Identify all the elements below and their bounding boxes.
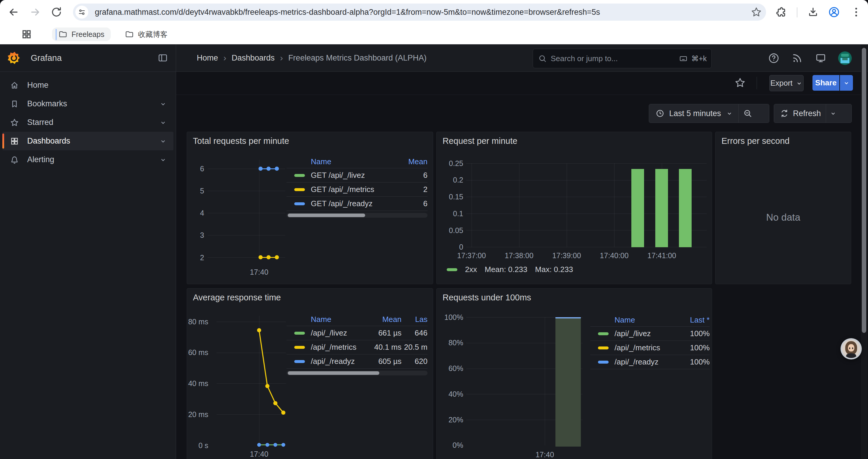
zoom-out-button[interactable] (739, 104, 757, 123)
panel-avg-response-time[interactable]: Average response time 80 ms60 ms40 ms20 … (187, 288, 433, 459)
sidebar-item-home[interactable]: Home (2, 76, 174, 95)
assistant-avatar[interactable] (840, 338, 862, 359)
series-swatch[interactable] (598, 332, 609, 335)
news-rss-icon[interactable] (792, 53, 803, 64)
dock-menu-icon[interactable] (157, 53, 168, 63)
legend-cell: 620 (402, 357, 428, 366)
extensions-icon[interactable] (776, 6, 787, 18)
legend-column-header[interactable]: Name (311, 157, 395, 166)
legend-scrollbar[interactable] (286, 371, 428, 375)
site-settings-icon[interactable] (75, 6, 88, 19)
downloads-icon[interactable] (807, 6, 819, 18)
sidebar-item-starred[interactable]: Starred (2, 113, 174, 132)
legend-row[interactable]: /api/_/metrics40.1 ms20.5 m (286, 340, 428, 355)
panel-title[interactable]: Total requests per minute (193, 136, 289, 146)
chart-plot[interactable] (466, 163, 707, 247)
series-swatch[interactable] (294, 346, 305, 349)
time-range-picker[interactable]: Last 5 minutes (649, 104, 769, 123)
monitor-icon[interactable] (815, 53, 826, 64)
bookmark-star-icon[interactable] (751, 6, 762, 18)
panel-errors-per-second[interactable]: Errors per second No data (715, 132, 851, 284)
favorite-star-icon[interactable] (735, 77, 746, 88)
user-avatar[interactable] (838, 52, 852, 65)
panel-title[interactable]: Errors per second (721, 136, 790, 146)
legend-column-header[interactable]: Mean (360, 315, 402, 324)
series-swatch[interactable] (294, 188, 305, 191)
series-swatch[interactable] (294, 174, 305, 177)
breadcrumb: Home › Dashboards › Freeleaps Metrics Da… (197, 44, 427, 71)
search-input[interactable]: Search or jump to... ⌘+k (533, 49, 712, 68)
back-icon[interactable] (8, 6, 20, 18)
reload-icon[interactable] (51, 6, 62, 18)
sidebar-item-alerting[interactable]: Alerting (2, 150, 174, 169)
chart-plot[interactable] (217, 322, 286, 446)
series-swatch[interactable] (294, 202, 305, 205)
line-series (217, 322, 286, 446)
legend-row[interactable]: GET /api/_/metrics2 (286, 183, 428, 197)
legend-column-header[interactable]: Name (311, 315, 360, 324)
legend-row[interactable]: /api/_/readyz605 µs620 (286, 355, 428, 369)
series-name[interactable]: 2xx (465, 265, 477, 274)
chevron-down-icon[interactable] (159, 137, 167, 145)
legend-column-header[interactable]: Name (615, 316, 674, 325)
legend-row[interactable]: GET /api/_/readyz6 (286, 197, 428, 211)
series-swatch[interactable] (294, 332, 305, 335)
breadcrumb-home[interactable]: Home (197, 54, 218, 63)
bookmark-label: Freeleaps (71, 30, 104, 39)
profile-icon[interactable] (828, 6, 840, 18)
share-menu-button[interactable] (840, 75, 853, 91)
bar-2xx[interactable] (679, 169, 692, 247)
chart-plot[interactable] (466, 317, 583, 446)
address-bar[interactable]: grafana.mathmast.com/d/deytv4rwavabkb/fr… (73, 4, 766, 21)
panel-request-per-minute[interactable]: Request per minute 0.250.20.150.10.050 1… (436, 132, 712, 284)
series-swatch[interactable] (598, 361, 609, 364)
legend-column-header[interactable]: Last * (674, 316, 710, 325)
series-swatch[interactable] (598, 347, 609, 350)
legend-column-header[interactable]: Mean (395, 157, 428, 166)
series-swatch[interactable] (447, 268, 457, 271)
panel-requests-under-100ms[interactable]: Requests under 100ms 100%80%60%40%20%0% … (436, 288, 712, 459)
help-icon[interactable] (768, 53, 779, 64)
chart-plot[interactable] (208, 169, 285, 258)
bar-2xx[interactable] (631, 169, 644, 247)
legend-scrollbar[interactable] (286, 213, 428, 218)
legend-table: NameMeanLas/api/_/livez661 µs646/api/_/m… (286, 313, 428, 375)
bookmark-folder-blogs[interactable]: 收藏博客 (119, 27, 174, 42)
bookmark-folder-freeleaps[interactable]: Freeleaps (52, 28, 111, 41)
series-swatch[interactable] (294, 360, 305, 363)
refresh-picker[interactable]: Refresh (774, 104, 852, 123)
scrollbar-thumb[interactable] (862, 48, 866, 333)
chevron-down-icon[interactable] (159, 119, 167, 126)
share-button[interactable]: Share (812, 75, 839, 91)
page-scrollbar[interactable] (861, 45, 867, 459)
legend-row[interactable]: /api/_/livez661 µs646 (286, 326, 428, 340)
chevron-down-icon[interactable] (159, 156, 167, 164)
apps-grid-icon[interactable] (21, 29, 32, 40)
scrollbar-thumb[interactable] (288, 371, 379, 375)
breadcrumb-dashboards[interactable]: Dashboards (231, 54, 275, 63)
panel-title[interactable]: Average response time (193, 293, 281, 302)
sidebar-item-bookmarks[interactable]: Bookmarks (2, 95, 174, 113)
refresh-interval-button[interactable] (826, 104, 840, 123)
legend-row[interactable]: /api/_/readyz100% (590, 355, 710, 369)
legend-row[interactable]: /api/_/metrics100% (590, 341, 710, 355)
legend-cell: /api/_/livez (311, 328, 360, 338)
sidebar-item-dashboards[interactable]: Dashboards (2, 132, 174, 150)
legend-column-header[interactable]: Las (402, 315, 428, 324)
panel-total-requests[interactable]: Total requests per minute 65432 17:40 Na… (187, 132, 433, 284)
area-series[interactable] (555, 317, 581, 447)
grafana-logo[interactable] (7, 52, 20, 64)
browser-menu-icon[interactable] (850, 6, 862, 18)
search-icon (538, 54, 547, 63)
panel-title[interactable]: Request per minute (442, 136, 517, 146)
refresh-button[interactable]: Refresh (774, 104, 826, 123)
export-button[interactable]: Export (769, 75, 804, 91)
panel-title[interactable]: Requests under 100ms (442, 293, 531, 302)
legend-row[interactable]: /api/_/livez100% (590, 327, 710, 341)
url-text[interactable]: grafana.mathmast.com/d/deytv4rwavabkb/fr… (95, 8, 751, 17)
chevron-down-icon[interactable] (159, 100, 167, 108)
bar-2xx[interactable] (655, 169, 668, 247)
forward-icon[interactable] (29, 6, 41, 18)
legend-row[interactable]: GET /api/_/livez6 (286, 168, 428, 183)
scrollbar-thumb[interactable] (288, 214, 365, 217)
